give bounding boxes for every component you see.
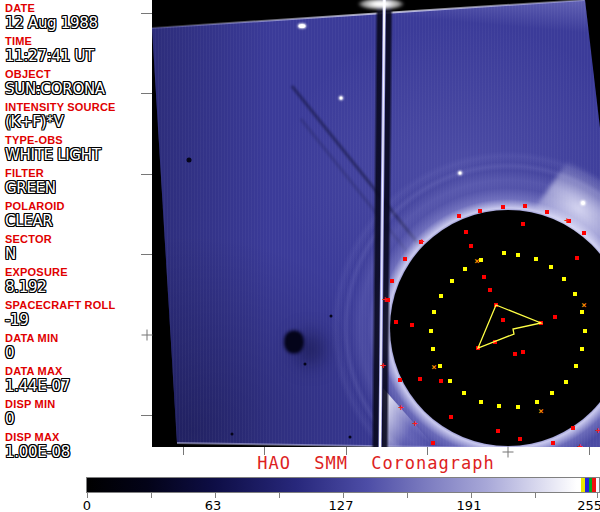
white-speck [581,201,585,205]
field-value: N [5,246,152,263]
pylon-bright-core [379,0,385,447]
red-dot-marker [431,441,435,445]
red-dot-marker [394,320,398,324]
red-plus-marker: + [380,363,385,368]
field-value: SUN:CORONA [5,81,152,98]
dark-speck [285,332,303,353]
colorbar-tick-label: 63 [205,498,222,512]
dark-speck [349,436,352,439]
red-dot-marker [449,415,453,419]
frame-left-cross [142,330,153,341]
field-value: 0 [5,411,152,428]
red-dot-marker [501,205,505,209]
colorbar-labels: 063127191255 [87,498,599,512]
instrument-title: HAO SMM Coronagraph [152,453,600,473]
dark-speck [304,363,307,366]
red-dot-marker [488,288,492,292]
colorbar-tick-label: 255 [577,498,600,512]
red-plus-marker: + [398,405,403,410]
field-object: OBJECTSUN:CORONA [5,68,152,98]
field-intensity-source: INTENSITY SOURCE(K+F)*V [5,101,152,131]
white-speck [459,172,462,175]
yellow-dot-marker [429,329,433,333]
field-polaroid: POLAROIDCLEAR [5,200,152,230]
orange-x-marker: × [431,365,436,370]
field-type-obs: TYPE-OBSWHITE LIGHT [5,134,152,164]
red-dot-marker [521,222,525,226]
red-dot-marker [496,429,500,433]
red-dot-marker [523,204,527,208]
metadata-sidebar: DATE12 Aug 1988 TIME11:27:41 UT OBJECTSU… [0,0,152,460]
red-dot-marker [457,214,461,218]
field-value: 1.00E-08 [5,444,152,461]
red-plus-marker: + [419,239,424,244]
yellow-dot-marker [580,310,584,314]
red-dot-marker [439,379,443,383]
colorbar-tick-label: 191 [457,498,482,512]
intensity-colorbar [86,477,600,493]
orange-x-marker: × [581,303,586,308]
yellow-dot-marker [497,404,501,408]
yellow-dot-marker [535,400,539,404]
field-data-max: DATA MAX1.44E-07 [5,365,152,395]
field-spacecraft-roll: SPACECRAFT ROLL-19 [5,299,152,329]
white-speck [299,24,306,28]
red-dot-marker [476,346,480,350]
dark-speck [231,433,234,436]
frame-left-tick [141,415,152,416]
yellow-dot-marker [574,364,578,368]
red-dot-marker [390,279,394,283]
red-plus-marker: + [595,428,600,433]
field-disp-max: DISP MAX1.00E-08 [5,431,152,461]
yellow-dot-marker [448,379,452,383]
field-value: GREEN [5,180,152,197]
field-filter: FILTERGREEN [5,167,152,197]
red-dot-marker [553,315,557,319]
frame-left-tick [141,93,152,94]
red-dot-marker [521,350,525,354]
red-dot-marker [493,340,497,344]
red-dot-marker [398,378,402,382]
red-dot-marker [575,256,579,260]
field-value: -19 [5,312,152,329]
red-dot-marker [464,230,468,234]
white-speck [340,97,343,100]
red-plus-marker: + [564,218,569,223]
red-dot-marker [482,275,486,279]
red-dot-marker [501,318,505,322]
field-value: 0 [5,345,152,362]
colorbar-tick-label: 0 [83,498,91,512]
field-time: TIME11:27:41 UT [5,35,152,65]
red-plus-marker: + [412,421,417,426]
yellow-dot-marker [502,251,506,255]
pylon-top-glare [358,0,404,10]
coronagraph-image: ××××++++++++ [152,0,600,447]
red-dot-marker [494,303,498,307]
yellow-dot-marker [439,294,443,298]
frame-left-tick [141,254,152,255]
yellow-dot-marker [573,292,577,296]
yellow-dot-marker [462,391,466,395]
red-dot-marker [571,426,575,430]
field-label: SECTOR [5,233,152,246]
field-value: CLEAR [5,213,152,230]
red-dot-marker [478,209,482,213]
yellow-dot-marker [516,253,520,257]
red-dot-marker [551,441,555,445]
field-exposure: EXPOSURE8.192 [5,266,152,296]
yellow-dot-marker [432,310,436,314]
yellow-dot-marker [534,257,538,261]
red-dot-marker [545,210,549,214]
red-dot-marker [539,321,543,325]
field-sector: SECTORN [5,233,152,263]
field-value: (K+F)*V [5,114,152,131]
field-value: 12 Aug 1988 [5,15,152,32]
frame-left-tick [141,174,152,175]
red-dot-marker [410,323,414,327]
yellow-dot-marker [550,391,554,395]
yellow-dot-marker [438,364,442,368]
yellow-dot-marker [549,265,553,269]
field-disp-min: DISP MIN0 [5,398,152,428]
red-plus-marker: + [577,444,582,448]
coronagraph-viewer: DATE12 Aug 1988 TIME11:27:41 UT OBJECTSU… [0,0,600,512]
